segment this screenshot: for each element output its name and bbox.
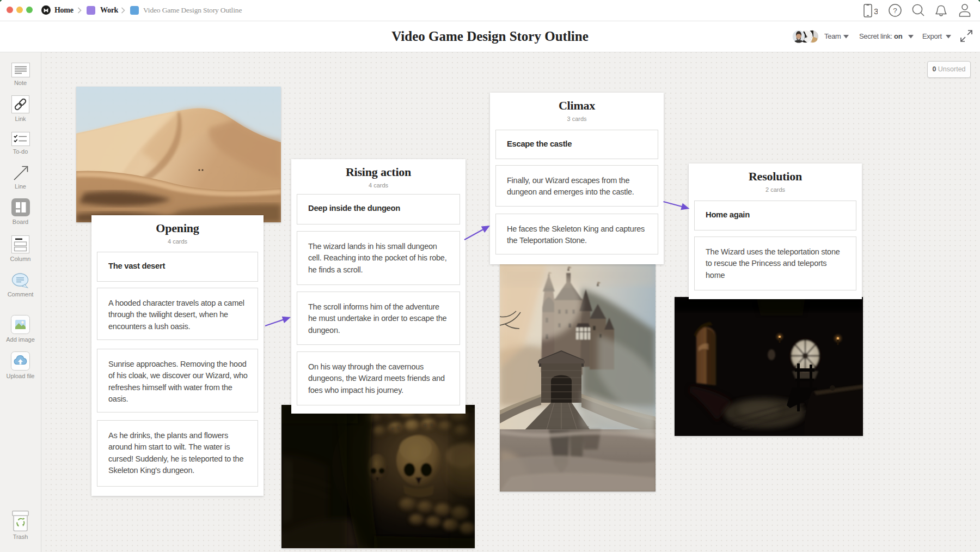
svg-text:3: 3 bbox=[874, 7, 878, 16]
svg-text:?: ? bbox=[893, 7, 897, 15]
